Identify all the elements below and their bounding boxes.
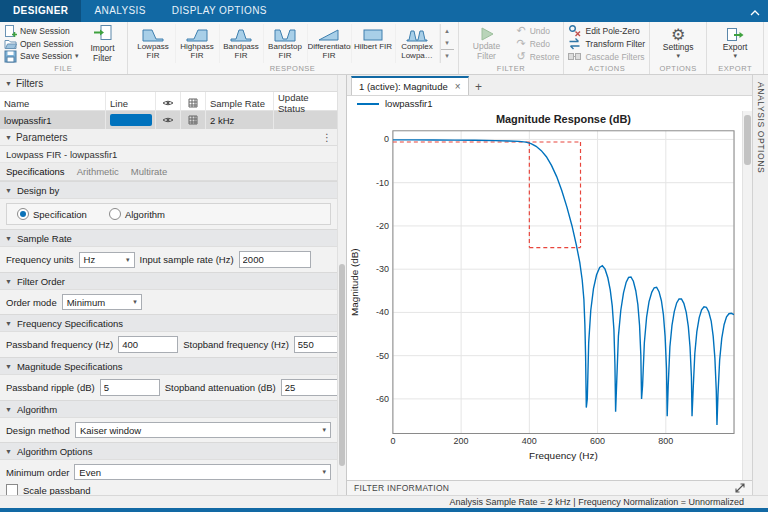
response-highpass-fir-button[interactable]: Highpass FIR — [176, 24, 220, 63]
radio-algorithm[interactable]: Algorithm — [109, 208, 165, 220]
gallery-expand-button[interactable]: ▾ — [441, 49, 454, 62]
new-session-button[interactable]: New Session — [4, 25, 79, 37]
update-filter-button[interactable]: Update Filter — [463, 24, 511, 63]
filter-visibility-cell[interactable] — [156, 111, 181, 129]
svg-text:800: 800 — [658, 436, 673, 446]
order-mode-dropdown[interactable]: Minimum ▾ — [62, 294, 142, 310]
response-hilbert-fir-button[interactable]: Hilbert FIR — [352, 24, 396, 63]
response-section-label: RESPONSE — [128, 64, 458, 73]
input-sample-rate-field[interactable] — [239, 251, 311, 268]
figure-tab-label: 1 (active): Magnitude — [359, 81, 448, 92]
gallery-label: Lowpass FIR — [132, 42, 175, 61]
undo-button[interactable]: ↶ Undo — [517, 25, 560, 37]
tab-analysis[interactable]: ANALYSIS — [81, 0, 158, 22]
frequency-units-dropdown[interactable]: Hz ▾ — [79, 252, 135, 268]
redo-button[interactable]: ↷ Redo — [517, 38, 560, 50]
radio-specification[interactable]: Specification — [17, 208, 87, 220]
settings-button[interactable]: ⚙ Settings ▾ — [654, 24, 702, 63]
section-frequency-specifications[interactable]: ▼ Frequency Specifications — [0, 314, 337, 332]
passband-frequency-field[interactable] — [118, 336, 178, 353]
filter-line-cell[interactable] — [106, 111, 156, 129]
section-algorithm[interactable]: ▼ Algorithm — [0, 400, 337, 418]
open-folder-icon — [4, 37, 17, 50]
stopband-frequency-field[interactable] — [294, 336, 337, 353]
export-button[interactable]: Export ▾ — [711, 24, 759, 63]
parameters-panel-header[interactable]: ▼ Parameters ⋮ — [0, 129, 337, 146]
design-method-dropdown[interactable]: Kaiser window ▾ — [75, 422, 331, 438]
filter-information-bar[interactable]: FILTER INFORMATION — [347, 480, 752, 495]
filter-row-lowpassfir1[interactable]: lowpassfir1 2 kHz — [0, 111, 337, 129]
tab-display-options[interactable]: DISPLAY OPTIONS — [159, 0, 280, 22]
collapse-triangle-icon: ▼ — [5, 187, 12, 194]
filters-panel-header[interactable]: ▼ Filters — [0, 75, 337, 92]
complex-lowpass-icon — [406, 26, 428, 42]
plot-panel: 1 (active): Magnitude × + lowpassfir1 02… — [347, 75, 752, 495]
redo-label: Redo — [530, 39, 550, 49]
response-complex-lowpass-button[interactable]: Complex Lowpa… — [396, 24, 440, 63]
figure-tab-magnitude[interactable]: 1 (active): Magnitude × — [351, 76, 469, 95]
left-panel-scrollbar[interactable] — [337, 75, 346, 495]
section-magnitude-specifications[interactable]: ▼ Magnitude Specifications — [0, 357, 337, 375]
cascade-filters-icon — [568, 50, 581, 63]
save-session-button[interactable]: Save Session ▾ — [4, 50, 79, 62]
legend-label: lowpassfir1 — [385, 98, 433, 109]
expand-panel-icon[interactable] — [735, 483, 745, 493]
section-design-by[interactable]: ▼ Design by — [0, 181, 337, 199]
edit-pole-zero-label: Edit Pole-Zero — [585, 26, 639, 36]
tab-specifications[interactable]: Specifications — [6, 166, 65, 177]
collapse-triangle-icon: ▼ — [5, 235, 12, 242]
order-mode-label: Order mode — [6, 297, 57, 308]
collapse-triangle-icon: ▼ — [5, 320, 12, 327]
transform-filter-button[interactable]: Transform Filter — [568, 38, 645, 50]
analysis-options-strip[interactable]: ANALYSIS OPTIONS — [752, 75, 768, 495]
section-sample-rate[interactable]: ▼ Sample Rate — [0, 229, 337, 247]
filter-grid-cell[interactable] — [181, 111, 206, 129]
add-figure-tab-button[interactable]: + — [471, 79, 487, 95]
tab-arithmetic[interactable]: Arithmetic — [77, 166, 119, 177]
chevron-down-icon: ▾ — [323, 468, 327, 476]
section-title: Algorithm — [17, 404, 57, 415]
scale-passband-checkbox[interactable] — [6, 484, 18, 495]
passband-ripple-field[interactable] — [100, 379, 160, 396]
gallery-scroll-up-button[interactable]: ▴ — [441, 25, 454, 37]
tab-designer[interactable]: DESIGNER — [0, 0, 81, 22]
minimize-ribbon-button[interactable] — [750, 7, 760, 18]
cascade-filters-button[interactable]: Cascade Filters — [568, 51, 645, 63]
edit-pole-zero-button[interactable]: Edit Pole-Zero — [568, 25, 645, 37]
response-bandstop-fir-button[interactable]: Bandstop FIR — [264, 24, 308, 63]
radio-specification-label: Specification — [33, 209, 87, 220]
settings-dropdown-arrow[interactable]: ▾ — [676, 52, 680, 60]
lowpass-fir-icon — [142, 26, 164, 42]
section-algorithm-options[interactable]: ▼ Algorithm Options — [0, 442, 337, 460]
scrollbar-thumb[interactable] — [339, 264, 345, 466]
transform-filter-label: Transform Filter — [585, 39, 645, 49]
svg-text:400: 400 — [522, 436, 537, 446]
save-session-dropdown-arrow[interactable]: ▾ — [75, 52, 79, 60]
open-session-button[interactable]: Open Session — [4, 38, 79, 50]
export-dropdown-arrow[interactable]: ▾ — [733, 52, 737, 60]
gallery-scroll-down-button[interactable]: ▾ — [441, 37, 454, 49]
gallery-label: Differentiator FIR — [308, 42, 351, 61]
svg-text:Frequency (Hz): Frequency (Hz) — [529, 450, 598, 461]
close-icon[interactable]: × — [455, 82, 461, 92]
panel-menu-icon[interactable]: ⋮ — [322, 132, 332, 143]
section-filter-order[interactable]: ▼ Filter Order — [0, 272, 337, 290]
section-title: Frequency Specifications — [17, 318, 123, 329]
restore-button[interactable]: ↺ Restore — [517, 51, 560, 63]
import-filter-button[interactable]: Import Filter — [83, 24, 123, 63]
tab-multirate[interactable]: Multirate — [131, 166, 167, 177]
stopband-attenuation-field[interactable] — [281, 379, 337, 396]
section-title: Sample Rate — [17, 233, 72, 244]
minimum-order-label: Minimum order — [6, 467, 69, 478]
line-color-swatch[interactable] — [110, 114, 152, 126]
plot-scrollbar[interactable] — [742, 111, 752, 480]
import-filter-icon — [93, 24, 113, 44]
response-differentiator-fir-button[interactable]: Differentiator FIR — [308, 24, 352, 63]
minimum-order-dropdown[interactable]: Even ▾ — [74, 464, 331, 480]
magnitude-response-chart[interactable]: 02004006008000-10-20-30-40-50-60Magnitud… — [347, 111, 742, 480]
response-bandpass-fir-button[interactable]: Bandpass FIR — [220, 24, 264, 63]
response-lowpass-fir-button[interactable]: Lowpass FIR — [132, 24, 176, 63]
scrollbar-thumb[interactable] — [744, 115, 751, 165]
svg-text:-40: -40 — [376, 307, 389, 317]
eye-icon — [162, 99, 174, 107]
